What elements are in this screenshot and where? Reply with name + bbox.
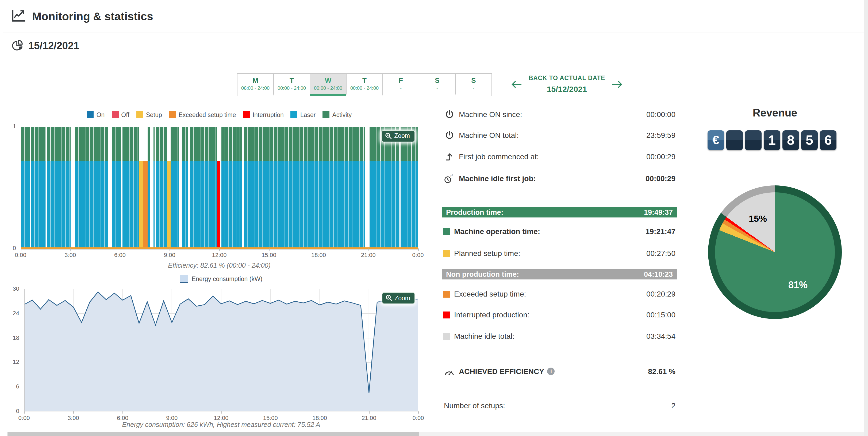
legend-item[interactable]: Setup <box>136 111 162 118</box>
x-tick-label: 0:00 <box>409 415 428 421</box>
weekday-tab-1[interactable]: T00:00 - 24:00 <box>273 74 310 96</box>
legend-swatch <box>87 111 94 118</box>
stat-machine-on-since: Machine ON since: 00:00:00 <box>442 109 677 120</box>
x-tick-label: 18:00 <box>309 251 329 258</box>
next-day-arrow[interactable] <box>611 80 623 89</box>
banner-value: 04:10:23 <box>644 270 673 278</box>
timeline-segment-production <box>47 127 71 249</box>
legend-label: Interruption <box>253 111 284 118</box>
info-icon[interactable]: i <box>547 368 555 375</box>
x-tick-label: 21:00 <box>360 415 379 421</box>
legend-label: Activity <box>332 111 352 118</box>
axis-tick <box>219 248 220 250</box>
stat-label: Machine idle first job: <box>459 174 536 183</box>
timeline-segment-production <box>122 127 139 249</box>
weekday-tab-0[interactable]: M06:00 - 24:00 <box>238 74 273 96</box>
production-time-banner: Production time: 19:49:37 <box>442 207 677 217</box>
horizontal-scrollbar-track[interactable] <box>7 432 864 436</box>
legend-item[interactable]: Exceeded setup time <box>169 111 236 118</box>
timeline-segment-production <box>156 127 167 249</box>
x-tick-label: 18:00 <box>310 415 330 421</box>
legend-swatch <box>291 111 298 118</box>
axis-tick <box>369 411 370 413</box>
axis-tick <box>270 411 271 413</box>
legend-label: Exceeded setup time <box>179 111 236 118</box>
idle-swatch <box>443 333 450 340</box>
stat-exceeded-setup-time: Exceeded setup time: 00:20:29 <box>442 289 677 299</box>
axis-tick <box>123 411 123 413</box>
timeline-ymin-label: 0 <box>4 245 16 251</box>
x-tick-label: 12:00 <box>212 415 231 421</box>
legend-swatch <box>169 111 176 118</box>
legend-swatch <box>136 111 143 118</box>
axis-tick <box>21 248 21 250</box>
stat-value: 00:20:29 <box>646 290 676 298</box>
x-tick-label: 3:00 <box>64 415 83 421</box>
stat-label: Interrupted production: <box>454 310 529 319</box>
time-distribution-pie: 15% 81% <box>708 186 842 319</box>
revenue-counter: €1856 <box>708 130 836 150</box>
stat-value: 23:59:59 <box>646 131 676 139</box>
timeline-segment-production <box>400 127 418 249</box>
pie-label-operation: 81% <box>788 280 808 291</box>
non-production-time-banner: Non production time: 04:10:23 <box>442 269 677 279</box>
legend-item[interactable]: Laser <box>291 111 316 118</box>
axis-tick <box>319 248 319 250</box>
revenue-digit-tile <box>726 130 743 150</box>
stat-value: 00:27:50 <box>646 249 676 258</box>
date-navigation: BACK TO ACTUAL DATE 15/12/2021 <box>511 74 623 96</box>
y-tick-label: 30 <box>7 285 19 292</box>
prev-day-arrow[interactable] <box>511 80 523 89</box>
stat-value: 00:15:00 <box>646 310 676 319</box>
weekday-tab-6[interactable]: S- <box>455 74 492 96</box>
timeline-segment-production <box>75 127 108 249</box>
tab-hours: 00:00 - 24:00 <box>346 86 382 91</box>
energy-legend-swatch[interactable] <box>180 275 188 283</box>
banner-value: 19:49:37 <box>644 208 673 216</box>
timeline-segment-production <box>154 127 155 249</box>
tab-hours: 06:00 - 24:00 <box>238 86 273 91</box>
tab-day: F <box>383 76 419 85</box>
timeline-segment-interruption <box>217 127 220 249</box>
svg-text:z: z <box>451 177 452 179</box>
back-to-actual-date-button[interactable]: BACK TO ACTUAL DATE <box>524 75 610 81</box>
energy-zoom-button[interactable]: Zoom <box>381 292 415 304</box>
legend-item[interactable]: Off <box>112 111 129 118</box>
x-tick-label: 21:00 <box>359 251 378 258</box>
horizontal-scrollbar-thumb[interactable] <box>7 432 419 436</box>
pie-chart <box>715 192 835 312</box>
timeline-zoom-button[interactable]: Zoom <box>381 130 415 142</box>
tab-day: T <box>346 76 382 85</box>
stat-label: First job commenced at: <box>459 152 539 161</box>
legend-item[interactable]: Interruption <box>243 111 284 118</box>
timeline-legend: OnOffSetupExceeded setup timeInterruptio… <box>20 111 418 118</box>
x-tick-label: 0:00 <box>14 415 34 421</box>
legend-label: Laser <box>300 111 316 118</box>
weekday-tab-2[interactable]: W00:00 - 24:00 <box>310 74 346 96</box>
vertical-scrollbar-track[interactable] <box>864 0 868 436</box>
timeline-segment-production <box>112 127 121 249</box>
legend-item[interactable]: On <box>87 111 105 118</box>
weekday-tab-5[interactable]: S- <box>419 74 455 96</box>
stat-value: 19:21:47 <box>646 227 676 236</box>
revenue-currency-tile: € <box>708 130 724 150</box>
axis-tick <box>70 248 71 250</box>
revenue-digit-tile: 1 <box>764 130 780 150</box>
timeline-segment-setup <box>167 127 170 249</box>
tab-hours: 00:00 - 24:00 <box>274 86 310 91</box>
weekday-tab-3[interactable]: T00:00 - 24:00 <box>346 74 382 96</box>
tab-hours: - <box>456 86 492 91</box>
weekday-tab-4[interactable]: F- <box>382 74 419 96</box>
timeline-segment-production <box>182 127 188 249</box>
x-tick-label: 0:00 <box>408 251 428 258</box>
svg-text:z: z <box>452 173 453 176</box>
weekday-tabs: M06:00 - 24:00T00:00 - 24:00W00:00 - 24:… <box>237 73 492 96</box>
gauge-icon <box>444 367 455 376</box>
axis-tick <box>269 248 270 250</box>
timeline-ymax-label: 1 <box>4 123 16 129</box>
axis-tick <box>221 411 222 413</box>
axis-tick <box>24 411 25 413</box>
pie-chart-icon <box>12 39 24 53</box>
legend-item[interactable]: Activity <box>323 111 352 118</box>
y-tick-label: 24 <box>7 310 19 316</box>
